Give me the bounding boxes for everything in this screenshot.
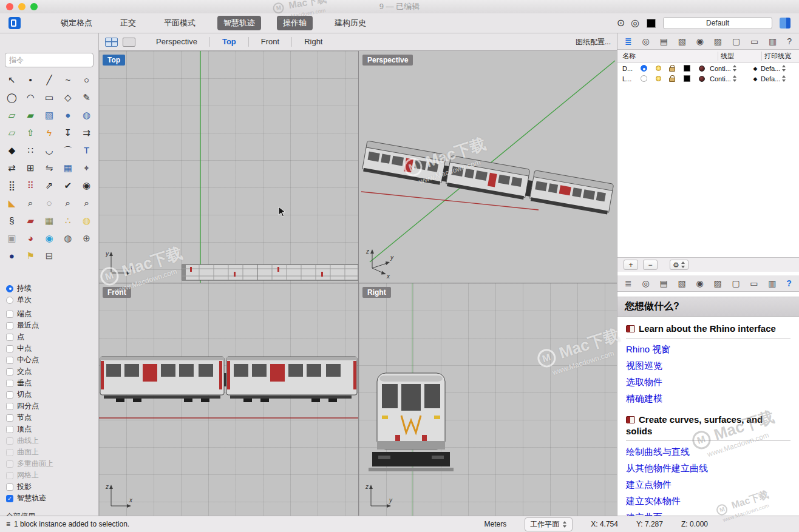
- toolbar-button-正交[interactable]: 正交: [114, 16, 142, 30]
- sample-points-tool-icon[interactable]: ∴: [65, 216, 71, 225]
- notes-panel-icon[interactable]: ▤: [660, 37, 668, 45]
- toolbar-button-锁定格点[interactable]: 锁定格点: [55, 16, 98, 30]
- linetype-dropdown[interactable]: Conti...: [710, 75, 750, 82]
- array-tool-icon[interactable]: ⣿: [8, 181, 15, 190]
- column-printwidth[interactable]: 打印线宽: [761, 52, 799, 61]
- point-tool-icon[interactable]: •: [29, 75, 32, 84]
- osnap-item-曲线上[interactable]: 曲线上: [6, 435, 98, 446]
- checkbox-智慧轨迹[interactable]: ✓: [6, 495, 13, 502]
- snapshot-panel-icon[interactable]: ◉: [696, 279, 703, 288]
- viewport-label-right[interactable]: Right: [362, 287, 391, 298]
- point-cloud-tool-icon[interactable]: ∷: [27, 146, 33, 155]
- help-link-建立点物件[interactable]: 建立点物件: [626, 479, 790, 490]
- grid-settings-tool-icon[interactable]: ▦: [45, 216, 53, 225]
- surface-from-points-tool-icon[interactable]: ▱: [8, 110, 16, 120]
- circle-tool-icon[interactable]: ○: [84, 75, 89, 84]
- osnap-item-持续[interactable]: 持续: [6, 283, 98, 294]
- wedge-tool-icon[interactable]: ◣: [8, 198, 16, 207]
- project-tool-icon[interactable]: ↧: [64, 128, 72, 137]
- osnap-item-曲面上[interactable]: 曲面上: [6, 446, 98, 458]
- blocks-panel-icon[interactable]: ▢: [732, 279, 739, 288]
- four-viewports-layout-icon[interactable]: [105, 38, 118, 47]
- select-brush-tool-icon[interactable]: ◌: [47, 198, 52, 207]
- blocks-panel-icon[interactable]: ▢: [732, 37, 740, 45]
- print-width-dropdown[interactable]: Defa...: [761, 75, 799, 82]
- units-label[interactable]: Meters: [484, 520, 507, 528]
- snapshot-panel-icon[interactable]: ◉: [696, 37, 704, 45]
- layer-material-icon[interactable]: [699, 76, 705, 82]
- cylinder-tool-icon[interactable]: ◍: [83, 110, 90, 120]
- pipe-tool-icon[interactable]: ⌒: [63, 146, 72, 155]
- column-name[interactable]: 名称: [617, 52, 718, 61]
- left-sidebar-toggle-icon[interactable]: [8, 17, 21, 29]
- plane-tool-icon[interactable]: ▱: [8, 128, 16, 137]
- wireframe-sphere-tool-icon[interactable]: ⊕: [83, 234, 90, 243]
- viewport-label-top[interactable]: Top: [103, 55, 125, 66]
- help-link-建立曲面[interactable]: 建立曲面: [626, 512, 790, 516]
- display-panel-icon[interactable]: ◎: [642, 279, 649, 288]
- offset-tool-icon[interactable]: ⇉: [83, 128, 90, 137]
- lamp-tool-icon[interactable]: ◍: [83, 216, 90, 225]
- sphere-tool-icon[interactable]: ●: [65, 110, 70, 120]
- checkbox-点[interactable]: [6, 334, 13, 341]
- display-mode-panel-icon[interactable]: ▥: [769, 37, 777, 45]
- cplane-dropdown[interactable]: 工作平面: [525, 517, 573, 531]
- ellipse-tool-icon[interactable]: ◯: [7, 93, 17, 102]
- move-tool-icon[interactable]: ⇄: [8, 163, 16, 172]
- layer-color-swatch[interactable]: [684, 75, 690, 82]
- viewport-tab-top[interactable]: Top: [209, 37, 248, 47]
- layer-row-D...[interactable]: D...Conti...◆Defa...: [617, 63, 799, 73]
- command-input[interactable]: [5, 53, 93, 67]
- osnap-item-单次[interactable]: 单次: [6, 294, 98, 306]
- osnap-item-网格上[interactable]: 网格上: [6, 470, 98, 481]
- osnap-item-端点[interactable]: 端点: [6, 308, 98, 320]
- layer-visibility-bulb-icon[interactable]: [656, 76, 661, 81]
- fullscreen-button[interactable]: [30, 3, 38, 10]
- right-sidebar-toggle-icon[interactable]: [780, 18, 790, 29]
- rectangle-tool-icon[interactable]: ▭: [45, 93, 53, 102]
- minimize-button[interactable]: [18, 3, 25, 10]
- extrude-tool-icon[interactable]: ⇧: [27, 128, 35, 137]
- osnap-item-投影[interactable]: 投影: [6, 481, 98, 493]
- properties-panel-icon[interactable]: ▧: [678, 279, 685, 288]
- layers-panel-icon[interactable]: ≣: [625, 37, 632, 45]
- materials-panel-icon[interactable]: ▨: [714, 37, 722, 45]
- layer-visibility-bulb-icon[interactable]: [656, 66, 661, 71]
- polyline-tool-icon[interactable]: ╱: [46, 75, 52, 84]
- history-list-icon[interactable]: ≡: [6, 520, 10, 528]
- viewport-tab-front[interactable]: Front: [248, 37, 291, 47]
- viewport-tab-perspective[interactable]: Perspective: [144, 37, 209, 47]
- blend-tool-icon[interactable]: ◡: [45, 146, 53, 155]
- layout-settings-button[interactable]: 图纸配置...: [576, 37, 611, 47]
- polygon-tool-icon[interactable]: ◇: [64, 93, 72, 102]
- toolbar-button-智慧轨迹[interactable]: 智慧轨迹: [217, 16, 261, 30]
- layout-panel-icon[interactable]: ▭: [750, 279, 758, 288]
- mirror-tool-icon[interactable]: ⇋: [46, 163, 53, 172]
- checkbox-切点[interactable]: [6, 391, 13, 399]
- record-history-icon[interactable]: ◎: [631, 18, 639, 28]
- surface-from-curves-tool-icon[interactable]: ▰: [27, 110, 34, 120]
- lock-tool-icon[interactable]: ▣: [7, 234, 16, 243]
- notes-panel-icon[interactable]: ▤: [659, 279, 667, 288]
- current-layer-radio[interactable]: [641, 75, 647, 82]
- active-color-swatch[interactable]: [647, 19, 656, 28]
- osnap-item-智慧轨迹[interactable]: ✓智慧轨迹: [6, 493, 98, 504]
- checkbox-垂点[interactable]: [6, 380, 13, 387]
- viewport-top[interactable]: Top: [99, 51, 358, 283]
- layout-panel-icon[interactable]: ▭: [750, 37, 758, 45]
- gumball-tool-icon[interactable]: ⌖: [84, 163, 89, 172]
- viewport-tab-right[interactable]: Right: [291, 37, 335, 47]
- osnap-footer-button[interactable]: 全部停用: [6, 511, 98, 516]
- check-tool-icon[interactable]: ✔: [64, 181, 72, 190]
- osnap-item-中点[interactable]: 中点: [6, 343, 98, 354]
- viewport-perspective[interactable]: Perspective: [359, 51, 617, 283]
- spiral-tool-icon[interactable]: §: [9, 216, 14, 225]
- checkbox-最近点[interactable]: [6, 322, 13, 329]
- osnap-item-中心点[interactable]: 中心点: [6, 354, 98, 366]
- properties-panel-icon[interactable]: ▧: [678, 37, 686, 45]
- toolbar-button-平面模式[interactable]: 平面模式: [158, 16, 202, 30]
- dark-sphere-tool-icon[interactable]: ●: [9, 251, 15, 260]
- help-link-建立实体物件[interactable]: 建立实体物件: [626, 496, 790, 507]
- osnap-item-垂点[interactable]: 垂点: [6, 377, 98, 389]
- help-link-Rhino 视窗[interactable]: Rhino 视窗: [626, 344, 790, 355]
